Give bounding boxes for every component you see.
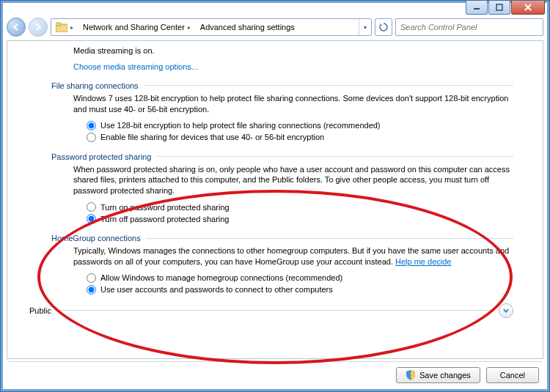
option-label: Turn off password protected sharing	[100, 215, 229, 223]
cancel-button-label: Cancel	[500, 371, 525, 380]
refresh-button[interactable]	[375, 18, 392, 36]
save-button-label: Save changes	[419, 371, 471, 380]
close-button[interactable]	[511, 1, 545, 15]
address-bar[interactable]: ▸ Network and Sharing Center ▸ Advanced …	[51, 18, 372, 36]
maximize-button[interactable]	[488, 1, 510, 15]
chevron-down-icon	[502, 307, 510, 314]
window-caption-buttons	[465, 1, 545, 14]
section-header-file-sharing: File sharing connections	[51, 81, 513, 90]
svg-rect-0	[474, 8, 480, 10]
radio-40-56bit[interactable]	[87, 133, 96, 142]
public-label: Public	[29, 306, 51, 315]
password-sharing-description: When password protected sharing is on, o…	[73, 164, 513, 197]
expand-public-button[interactable]	[499, 303, 513, 318]
chevron-right-icon: ▸	[70, 24, 73, 31]
back-button[interactable]	[7, 18, 26, 37]
radio-password-on[interactable]	[87, 202, 96, 212]
minimize-button[interactable]	[466, 1, 488, 15]
file-sharing-description: Windows 7 uses 128-bit encryption to hel…	[73, 93, 513, 115]
option-user-accounts-homegroup[interactable]: Use user accounts and passwords to conne…	[87, 285, 513, 295]
option-label: Use 128-bit encryption to help protect f…	[100, 121, 381, 130]
footer-buttons: Save changes Cancel	[396, 365, 539, 385]
breadcrumb-label: Network and Sharing Center	[83, 23, 185, 32]
content-frame: Media streaming is on. Choose media stre…	[7, 40, 543, 359]
option-40-56bit-encryption[interactable]: Enable file sharing for devices that use…	[87, 133, 513, 142]
forward-button[interactable]	[29, 18, 48, 37]
homegroup-description: Typically, Windows manages the connectio…	[73, 245, 513, 267]
svg-rect-1	[496, 4, 502, 10]
breadcrumb-segment-advanced-sharing[interactable]: Advanced sharing settings	[195, 19, 359, 35]
search-box[interactable]	[395, 18, 543, 36]
radio-password-off[interactable]	[87, 214, 96, 223]
chevron-right-icon: ▸	[188, 24, 191, 31]
section-title-text: Password protected sharing	[51, 152, 151, 161]
radio-windows-manage[interactable]	[87, 273, 96, 283]
back-arrow-icon	[12, 23, 21, 32]
content-scroll[interactable]: Media streaming is on. Choose media stre…	[7, 41, 543, 358]
section-title-text: File sharing connections	[51, 81, 139, 90]
section-header-password-sharing: Password protected sharing	[51, 152, 513, 161]
media-streaming-status: Media streaming is on.	[73, 45, 513, 56]
breadcrumb-segment-network-sharing[interactable]: Network and Sharing Center ▸	[78, 19, 195, 35]
breadcrumb-label: Advanced sharing settings	[200, 23, 295, 32]
refresh-icon	[379, 23, 388, 32]
divider	[57, 310, 493, 311]
footer-divider	[8, 361, 542, 362]
section-header-homegroup: HomeGroup connections	[51, 234, 513, 243]
svg-rect-3	[56, 23, 61, 26]
homegroup-icon	[56, 22, 67, 32]
option-label: Use user accounts and passwords to conne…	[100, 285, 333, 294]
breadcrumb-root[interactable]: ▸	[51, 19, 78, 35]
option-password-on[interactable]: Turn on password protected sharing	[87, 202, 513, 212]
minimize-icon	[473, 4, 480, 11]
option-password-off[interactable]: Turn off password protected sharing	[87, 214, 513, 223]
chevron-down-icon: ▾	[364, 24, 367, 31]
section-title-text: HomeGroup connections	[51, 234, 141, 243]
option-128bit-encryption[interactable]: Use 128-bit encryption to help protect f…	[87, 121, 513, 130]
nav-bar: ▸ Network and Sharing Center ▸ Advanced …	[7, 17, 543, 37]
forward-arrow-icon	[34, 23, 43, 32]
maximize-icon	[496, 4, 503, 11]
shield-icon	[406, 370, 416, 380]
option-label: Turn on password protected sharing	[100, 203, 230, 212]
option-label: Enable file sharing for devices that use…	[100, 133, 324, 141]
media-streaming-options-link[interactable]: Choose media streaming options...	[73, 62, 198, 71]
radio-128bit[interactable]	[87, 121, 96, 130]
radio-user-accounts[interactable]	[87, 285, 96, 295]
profile-public-row: Public	[29, 303, 513, 318]
cancel-button[interactable]: Cancel	[486, 367, 539, 383]
save-changes-button[interactable]: Save changes	[396, 367, 480, 383]
help-me-decide-link[interactable]: Help me decide	[395, 257, 451, 266]
option-label: Allow Windows to manage homegroup connec…	[100, 273, 342, 282]
address-history-dropdown[interactable]: ▾	[359, 19, 371, 35]
control-panel-window: ▸ Network and Sharing Center ▸ Advanced …	[0, 0, 550, 392]
close-icon	[524, 4, 532, 11]
option-windows-manage-homegroup[interactable]: Allow Windows to manage homegroup connec…	[87, 273, 513, 283]
search-input[interactable]	[396, 23, 543, 32]
